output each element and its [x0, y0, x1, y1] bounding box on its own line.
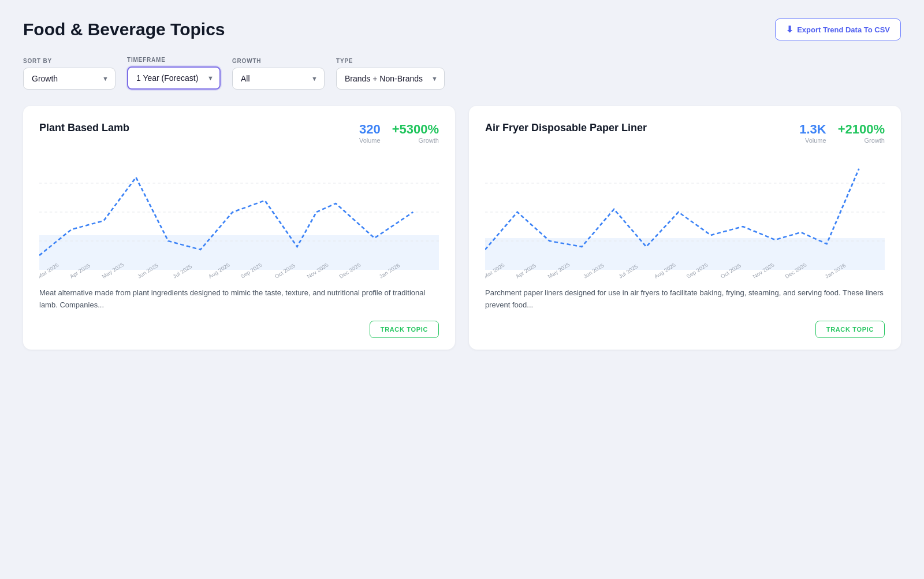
card-metrics-1: 320 Volume +5300% Growth: [359, 122, 439, 144]
sort-by-select-wrap: Growth Volume Trending ▼: [23, 68, 116, 90]
growth-value-2: +2100%: [838, 122, 885, 137]
timeframe-filter: TIMEFRAME 1 Year (Forecast) 6 Months 3 M…: [127, 57, 221, 90]
sort-by-select[interactable]: Growth Volume Trending: [23, 68, 116, 90]
growth-filter: GROWTH All Positive Negative ▼: [232, 58, 325, 90]
growth-label-2: Growth: [865, 137, 885, 144]
volume-metric-2: 1.3K Volume: [799, 122, 826, 144]
volume-value-1: 320: [359, 122, 381, 137]
card-footer-1: TRACK TOPIC: [39, 321, 439, 338]
growth-metric-1: +5300% Growth: [392, 122, 439, 144]
chart-area-1: Mar 2025 Apr 2025 May 2025 Jun 2025 Jul …: [39, 154, 439, 281]
volume-label-1: Volume: [359, 137, 381, 144]
card-title-1: Plant Based Lamb: [39, 122, 129, 134]
type-select[interactable]: Brands + Non-Brands Brands Only Non-Bran…: [336, 68, 445, 90]
track-button-2[interactable]: TRACK TOPIC: [815, 321, 885, 338]
growth-metric-2: +2100% Growth: [838, 122, 885, 144]
cards-grid: Plant Based Lamb 320 Volume +5300% Growt…: [23, 106, 901, 350]
card-description-2: Parchment paper liners designed for use …: [485, 287, 885, 311]
export-button[interactable]: ⬇ Export Trend Data To CSV: [775, 18, 901, 40]
timeframe-label: TIMEFRAME: [127, 57, 221, 63]
growth-label: GROWTH: [232, 58, 325, 64]
growth-label-1: Growth: [419, 137, 439, 144]
volume-label-2: Volume: [805, 137, 826, 144]
card-header-1: Plant Based Lamb 320 Volume +5300% Growt…: [39, 122, 439, 144]
type-filter: TYPE Brands + Non-Brands Brands Only Non…: [336, 58, 445, 90]
volume-value-2: 1.3K: [799, 122, 826, 137]
card-description-1: Meat alternative made from plant ingredi…: [39, 287, 439, 311]
filters-bar: SORT BY Growth Volume Trending ▼ TIMEFRA…: [23, 57, 901, 90]
chart-area-2: Mar 2025 Apr 2025 May 2025 Jun 2025 Jul …: [485, 154, 885, 281]
topic-card-2: Air Fryer Disposable Paper Liner 1.3K Vo…: [469, 106, 901, 350]
type-select-wrap: Brands + Non-Brands Brands Only Non-Bran…: [336, 68, 445, 90]
chart-svg-2: Mar 2025 Apr 2025 May 2025 Jun 2025 Jul …: [485, 154, 885, 281]
download-icon: ⬇: [786, 24, 793, 35]
timeframe-select[interactable]: 1 Year (Forecast) 6 Months 3 Months 1 Mo…: [127, 66, 221, 90]
page-title: Food & Beverage Topics: [23, 20, 225, 39]
card-metrics-2: 1.3K Volume +2100% Growth: [799, 122, 885, 144]
card-title-2: Air Fryer Disposable Paper Liner: [485, 122, 647, 134]
growth-select[interactable]: All Positive Negative: [232, 68, 325, 90]
volume-metric-1: 320 Volume: [359, 122, 381, 144]
type-label: TYPE: [336, 58, 445, 64]
timeframe-select-wrap: 1 Year (Forecast) 6 Months 3 Months 1 Mo…: [127, 66, 221, 90]
card-header-2: Air Fryer Disposable Paper Liner 1.3K Vo…: [485, 122, 885, 144]
topic-card-1: Plant Based Lamb 320 Volume +5300% Growt…: [23, 106, 455, 350]
svg-rect-0: [39, 235, 439, 270]
card-footer-2: TRACK TOPIC: [485, 321, 885, 338]
sort-by-filter: SORT BY Growth Volume Trending ▼: [23, 58, 116, 90]
growth-select-wrap: All Positive Negative ▼: [232, 68, 325, 90]
chart-svg-1: Mar 2025 Apr 2025 May 2025 Jun 2025 Jul …: [39, 154, 439, 281]
export-label: Export Trend Data To CSV: [797, 25, 890, 34]
page-header: Food & Beverage Topics ⬇ Export Trend Da…: [23, 18, 901, 40]
sort-by-label: SORT BY: [23, 58, 116, 64]
track-button-1[interactable]: TRACK TOPIC: [370, 321, 439, 338]
growth-value-1: +5300%: [392, 122, 439, 137]
